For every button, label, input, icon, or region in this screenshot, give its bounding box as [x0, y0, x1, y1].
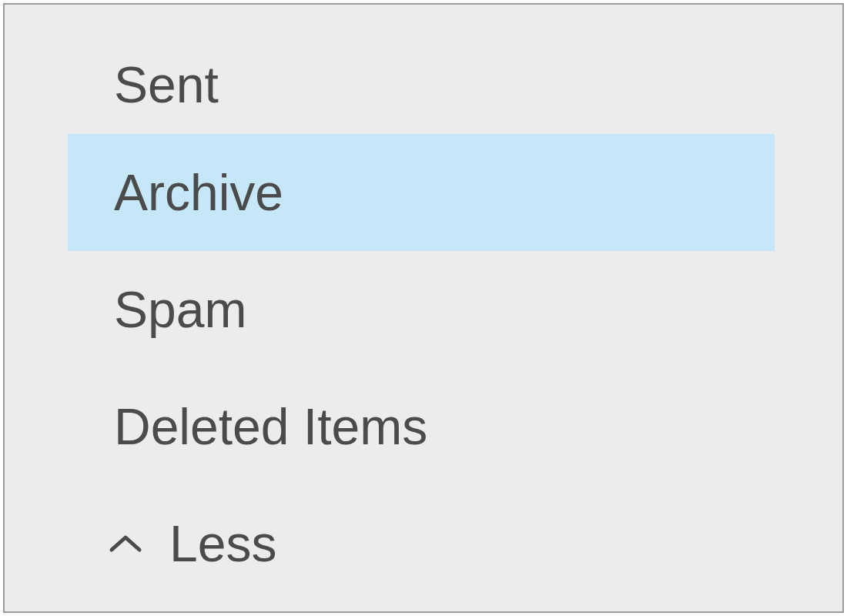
collapse-label: Less — [169, 514, 276, 573]
chevron-up-icon — [103, 531, 148, 556]
folder-item-label: Deleted Items — [114, 397, 427, 456]
folder-item-sent[interactable]: Sent — [68, 34, 775, 134]
folder-list: Sent Archive Spam Deleted Items Less — [5, 5, 842, 602]
folder-item-label: Spam — [114, 280, 246, 339]
folder-item-spam[interactable]: Spam — [68, 251, 775, 368]
folder-item-archive[interactable]: Archive — [68, 134, 775, 251]
folder-item-label: Archive — [114, 163, 283, 222]
collapse-folders-button[interactable]: Less — [68, 485, 775, 602]
folder-sidebar-panel: Sent Archive Spam Deleted Items Less — [3, 3, 844, 613]
folder-item-label: Sent — [114, 55, 219, 114]
folder-item-deleted-items[interactable]: Deleted Items — [68, 368, 775, 485]
